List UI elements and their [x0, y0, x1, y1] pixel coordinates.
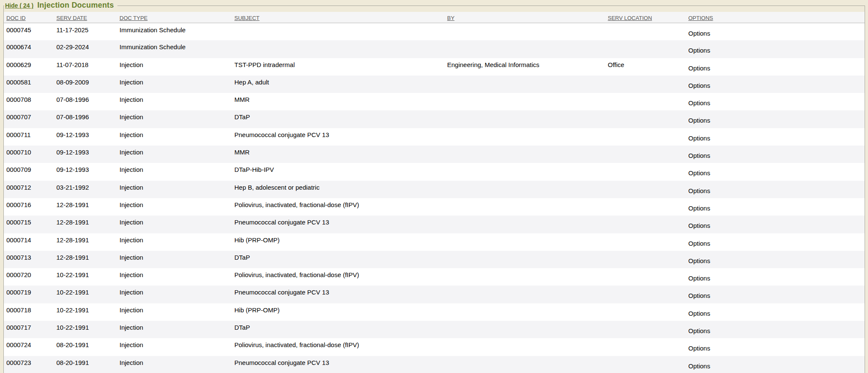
cell-serv-location: Office: [605, 58, 686, 76]
options-link[interactable]: Options: [688, 117, 710, 124]
cell-by: [445, 268, 605, 286]
cell-options: Options: [686, 93, 865, 110]
sort-doc-id-link[interactable]: DOC ID: [6, 15, 26, 21]
cell-options: Options: [686, 198, 865, 216]
table-row: 000071412-28-1991InjectionHib (PRP-OMP)O…: [4, 233, 865, 251]
cell-serv-location: [605, 110, 686, 128]
cell-serv-date: 10-22-1991: [54, 268, 117, 286]
cell-options: Options: [686, 110, 865, 128]
table-row: 000071109-12-1993InjectionPneumococcal c…: [4, 128, 865, 146]
cell-options: Options: [686, 303, 865, 321]
cell-doc-id: 0000713: [4, 251, 54, 268]
cell-serv-date: 09-12-1993: [54, 163, 117, 180]
cell-options: Options: [686, 146, 865, 163]
cell-by: [445, 233, 605, 251]
options-link[interactable]: Options: [688, 222, 710, 229]
cell-serv-location: [605, 233, 686, 251]
cell-doc-id: 0000716: [4, 198, 54, 216]
options-link[interactable]: Options: [688, 292, 710, 299]
options-link[interactable]: Options: [688, 99, 710, 107]
cell-subject: [232, 40, 445, 58]
sort-doc-type-link[interactable]: DOC TYPE: [120, 15, 147, 21]
table-row: 000072408-20-1991InjectionPoliovirus, in…: [4, 338, 865, 356]
cell-subject: Poliovirus, inactivated, fractional-dose…: [232, 338, 445, 356]
sort-options-link[interactable]: OPTIONS: [688, 15, 713, 21]
cell-doc-type: Injection: [117, 163, 232, 180]
cell-options: Options: [686, 58, 865, 76]
table-row: 000071810-22-1991InjectionHib (PRP-OMP)O…: [4, 303, 865, 321]
cell-options: Options: [686, 23, 865, 40]
cell-serv-date: 10-22-1991: [54, 286, 117, 303]
cell-serv-location: [605, 128, 686, 146]
options-link[interactable]: Options: [688, 240, 710, 247]
cell-doc-type: Injection: [117, 286, 232, 303]
sort-subject-link[interactable]: SUBJECT: [234, 15, 259, 21]
cell-serv-location: [605, 23, 686, 40]
cell-doc-id: 0000719: [4, 286, 54, 303]
sort-serv-date-link[interactable]: SERV DATE: [56, 15, 87, 21]
cell-doc-id: 0000745: [4, 23, 54, 40]
cell-doc-type: Injection: [117, 321, 232, 338]
sort-by-link[interactable]: BY: [447, 15, 454, 21]
cell-doc-type: Injection: [117, 93, 232, 110]
options-link[interactable]: Options: [688, 257, 710, 264]
hide-toggle-link[interactable]: Hide ( 24 ): [5, 2, 33, 9]
cell-subject: DTaP: [232, 110, 445, 128]
options-link[interactable]: Options: [688, 47, 710, 54]
cell-by: [445, 181, 605, 198]
options-link[interactable]: Options: [688, 169, 710, 177]
table-row: 000070707-08-1996InjectionDTaPOptions: [4, 110, 865, 128]
options-link[interactable]: Options: [688, 135, 710, 142]
options-link[interactable]: Options: [688, 345, 710, 352]
cell-subject: Poliovirus, inactivated, fractional-dose…: [232, 198, 445, 216]
options-link[interactable]: Options: [688, 82, 710, 89]
cell-serv-location: [605, 216, 686, 233]
options-link[interactable]: Options: [688, 30, 710, 37]
options-link[interactable]: Options: [688, 362, 710, 370]
cell-serv-date: 03-21-1992: [54, 181, 117, 198]
cell-serv-date: 08-20-1991: [54, 338, 117, 356]
options-link[interactable]: Options: [688, 187, 710, 194]
cell-doc-id: 0000711: [4, 128, 54, 146]
cell-serv-location: [605, 146, 686, 163]
column-header-subject: SUBJECT: [232, 12, 445, 23]
cell-doc-type: Immunization Schedule: [117, 23, 232, 40]
cell-options: Options: [686, 216, 865, 233]
column-header-serv-location: SERV LOCATION: [605, 12, 686, 23]
cell-subject: DTaP: [232, 321, 445, 338]
cell-options: Options: [686, 76, 865, 93]
cell-doc-type: Injection: [117, 338, 232, 356]
cell-by: [445, 356, 605, 373]
table-row: 000071312-28-1991InjectionDTaPOptions: [4, 251, 865, 268]
options-link[interactable]: Options: [688, 205, 710, 212]
cell-by: [445, 40, 605, 58]
cell-by: [445, 198, 605, 216]
cell-subject: MMR: [232, 93, 445, 110]
table-row: 000072010-22-1991InjectionPoliovirus, in…: [4, 268, 865, 286]
table-row: 000074511-17-2025Immunization ScheduleOp…: [4, 23, 865, 40]
cell-by: [445, 321, 605, 338]
options-link[interactable]: Options: [688, 152, 710, 159]
cell-by: [445, 146, 605, 163]
cell-by: [445, 251, 605, 268]
table-row: 000067402-29-2024Immunization ScheduleOp…: [4, 40, 865, 58]
cell-subject: Hep B, adolescent or pediatric: [232, 181, 445, 198]
cell-doc-id: 0000718: [4, 303, 54, 321]
cell-doc-type: Injection: [117, 356, 232, 373]
options-link[interactable]: Options: [688, 327, 710, 334]
cell-subject: Pneumococcal conjugate PCV 13: [232, 128, 445, 146]
sort-serv-location-link[interactable]: SERV LOCATION: [608, 15, 652, 21]
options-link[interactable]: Options: [688, 275, 710, 282]
cell-serv-date: 10-22-1991: [54, 321, 117, 338]
cell-by: [445, 23, 605, 40]
options-link[interactable]: Options: [688, 65, 710, 72]
cell-by: [445, 128, 605, 146]
cell-by: [445, 163, 605, 180]
cell-doc-type: Immunization Schedule: [117, 40, 232, 58]
options-link[interactable]: Options: [688, 310, 710, 317]
cell-doc-type: Injection: [117, 303, 232, 321]
cell-serv-location: [605, 303, 686, 321]
cell-doc-id: 0000708: [4, 93, 54, 110]
cell-doc-type: Injection: [117, 251, 232, 268]
cell-subject: Pneumococcal conjugate PCV 13: [232, 216, 445, 233]
